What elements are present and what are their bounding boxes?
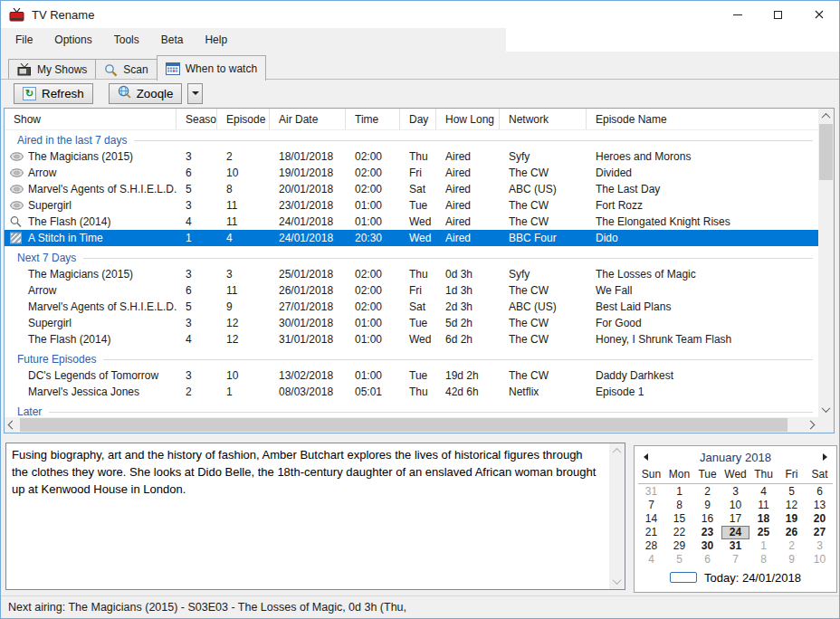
scroll-down-button[interactable] [818,402,834,417]
calendar-day[interactable]: 14 [637,512,665,526]
calendar-day[interactable]: 1 [749,539,778,553]
calendar-day[interactable]: 7 [637,499,665,512]
cell-time: 02:00 [346,150,400,163]
refresh-button[interactable]: ↻ Refresh [14,83,93,104]
calendar-day[interactable]: 21 [637,526,665,539]
menu-item-file[interactable]: File [5,28,43,52]
calendar-day[interactable]: 12 [778,499,806,512]
scroll-down-button[interactable] [609,574,625,589]
calendar-day[interactable]: 13 [806,499,834,512]
tab-scan[interactable]: Scan [95,59,157,80]
menu-item-options[interactable]: Options [43,28,102,52]
column-header-episode[interactable]: Episode [217,109,270,129]
table-row[interactable]: The Flash (2014)41124/01/201801:00WedAir… [5,214,818,230]
table-row[interactable]: A Stitch in Time1424/01/201820:30WedAire… [5,230,818,246]
calendar-day[interactable]: 9 [693,499,721,512]
table-row[interactable]: Arrow61019/01/201802:00FriAiredThe CWDiv… [5,165,818,181]
column-header-episode-name[interactable]: Episode Name [587,109,818,129]
table-row[interactable]: Supergirl31230/01/201801:00Tue5d 2hThe C… [5,315,818,331]
cell-time: 05:01 [346,386,400,398]
calendar-day[interactable]: 3 [806,539,834,553]
calendar-day[interactable]: 17 [721,512,749,526]
calendar-day[interactable]: 2 [778,539,806,553]
calendar-day[interactable]: 28 [637,539,665,553]
episode-description-box[interactable]: Fusing biography, art and the history of… [5,443,625,590]
table-row[interactable]: The Magicians (2015)3218/01/201802:00Thu… [5,148,818,165]
calendar-icon [166,62,180,75]
table-row[interactable]: The Magicians (2015)3325/01/201802:00Thu… [5,266,818,282]
next-month-button[interactable] [823,453,827,461]
calendar-selected-day[interactable]: 24 [721,526,749,539]
menu-item-beta[interactable]: Beta [150,28,195,52]
calendar-day[interactable]: 11 [749,499,778,512]
zooqle-button[interactable]: Zooqle [109,83,183,104]
calendar-day[interactable]: 18 [749,512,778,526]
cell-how_long: Aired [436,199,500,212]
calendar-day[interactable]: 8 [749,553,778,567]
calendar-day[interactable]: 31 [637,485,665,499]
calendar-day[interactable]: 22 [665,526,693,539]
calendar-day[interactable]: 5 [665,553,693,567]
calendar-day[interactable]: 1 [665,485,693,499]
scroll-right-button[interactable] [803,417,818,433]
table-row[interactable]: Supergirl31123/01/201801:00TueAiredThe C… [5,197,818,214]
calendar-day[interactable]: 9 [778,553,806,567]
calendar-day[interactable]: 7 [721,553,749,567]
calendar-day[interactable]: 27 [806,526,834,539]
column-header-time[interactable]: Time [346,109,400,129]
column-header-day[interactable]: Day [400,109,436,129]
table-row[interactable]: The Flash (2014)41231/01/201801:00Wed6d … [5,331,818,348]
today-indicator-box[interactable] [670,572,697,583]
horizontal-scrollbar[interactable] [5,417,818,433]
column-header-air-date[interactable]: Air Date [270,109,346,129]
vertical-scrollbar[interactable] [818,109,834,417]
scroll-left-button[interactable] [5,417,20,433]
column-header-season[interactable]: Season [177,109,217,129]
calendar-day[interactable]: 29 [665,539,693,553]
calendar-day[interactable]: 8 [665,499,693,512]
calendar-day[interactable]: 4 [637,553,665,567]
calendar-day[interactable]: 16 [693,512,721,526]
calendar-day[interactable]: 3 [721,485,749,499]
table-row[interactable]: DC's Legends of Tomorrow31013/02/201801:… [5,367,818,384]
tab-when-to-watch[interactable]: When to watch [157,55,266,81]
menu-item-help[interactable]: Help [194,28,238,52]
description-scrollbar[interactable] [609,443,625,589]
calendar-day[interactable]: 10 [721,499,749,512]
minimize-button[interactable] [717,1,758,28]
cell-day: Wed [400,232,436,244]
horizontal-scroll-thumb[interactable] [20,418,788,432]
calendar-day[interactable]: 30 [693,539,721,553]
table-row[interactable]: Marvel's Agents of S.H.I.E.L.D.5820/01/2… [5,181,818,197]
tab-my-shows[interactable]: My Shows [8,59,96,80]
scroll-up-button[interactable] [818,109,834,124]
menu-item-tools[interactable]: Tools [103,28,150,52]
calendar-day[interactable]: 6 [693,553,721,567]
column-header-network[interactable]: Network [500,109,587,129]
column-header-how-long[interactable]: How Long [436,109,500,129]
calendar-day[interactable]: 4 [749,485,778,499]
maximize-button[interactable] [758,1,798,28]
calendar-day[interactable]: 6 [806,485,834,499]
today-label[interactable]: Today: 24/01/2018 [704,571,801,585]
calendar-day[interactable]: 20 [806,512,834,526]
table-row[interactable]: Arrow61126/01/201802:00Fri1d 3hThe CWWe … [5,282,818,299]
cell-how_long: 5d 2h [436,317,500,329]
zooqle-dropdown-button[interactable] [187,83,203,104]
calendar-day[interactable]: 5 [778,485,806,499]
column-header-show[interactable]: Show [5,109,177,129]
calendar-day[interactable]: 26 [778,526,806,539]
calendar-day[interactable]: 19 [778,512,806,526]
calendar-day[interactable]: 25 [749,526,778,539]
calendar-day[interactable]: 23 [693,526,721,539]
table-row[interactable]: Marvel's Jessica Jones2108/03/201805:01T… [5,384,818,400]
table-row[interactable]: Marvel's Agents of S.H.I.E.L.D.5927/01/2… [5,299,818,315]
cell-how_long: 19d 2h [436,369,500,382]
scroll-up-button[interactable] [609,443,625,459]
vertical-scroll-thumb[interactable] [819,124,833,180]
calendar-day[interactable]: 31 [721,539,749,553]
calendar-day[interactable]: 15 [665,512,693,526]
calendar-day[interactable]: 2 [693,485,721,499]
close-button[interactable] [798,1,839,28]
calendar-day[interactable]: 10 [806,553,834,567]
